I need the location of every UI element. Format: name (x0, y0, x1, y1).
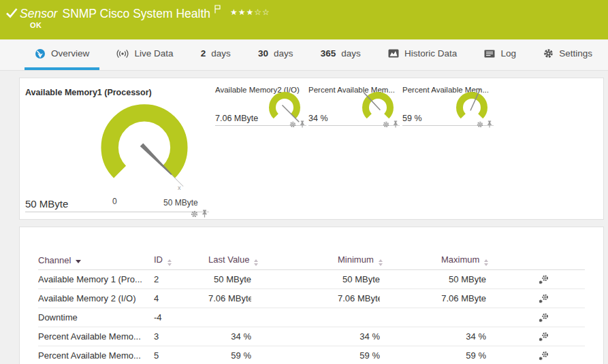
id-cell: 5 (154, 350, 208, 361)
table-row[interactable]: Percent Available Memo... 5 59 % 59 % 59… (38, 346, 585, 364)
chart-icon (388, 49, 399, 58)
minimum-cell: 50 MByte (338, 274, 380, 284)
channel-cell: Available Memory 2 (I/O) (38, 293, 154, 303)
channel-gear-icon[interactable] (289, 121, 296, 128)
tab-overview[interactable]: Overview (25, 39, 99, 70)
tab-number: 365 (321, 48, 336, 59)
channel-cell: Percent Available Memo... (38, 331, 154, 342)
tab-label: days (341, 48, 361, 59)
gauge-icon (35, 48, 46, 59)
gauge-value: 7.06 MByte (215, 114, 258, 123)
last-value-cell: 50 MByte (208, 274, 251, 284)
col-header-maximum[interactable]: Maximum (441, 254, 486, 266)
tab-2-days[interactable]: 2 days (191, 39, 241, 70)
maximum-cell: 7.06 MByte (441, 293, 486, 303)
last-value-cell: 7.06 MByte (208, 293, 251, 303)
log-icon (484, 50, 495, 58)
minimum-cell: 34 % (338, 331, 380, 342)
table-row[interactable]: Available Memory 2 (I/O) 4 7.06 MByte 7.… (38, 289, 585, 308)
channel-gear-icon[interactable] (383, 121, 389, 128)
tab-365-days[interactable]: 365 days (310, 39, 371, 70)
gauge-value: 34 % (308, 114, 328, 123)
sort-desc-icon (76, 260, 81, 263)
last-value-cell: 59 % (208, 350, 251, 361)
gauge-limit-marker: x (178, 184, 181, 191)
primary-gauge (90, 100, 199, 200)
col-header-last-value[interactable]: Last Value (208, 254, 251, 266)
id-cell: -4 (154, 312, 208, 322)
sensor-status-bar: SensorSNMP Cisco System Health ★★★☆☆ OK (0, 0, 608, 39)
pin-icon[interactable] (202, 210, 208, 218)
gauge-tile-percent-available-memory-3: Percent Available Mem... 34 % (308, 84, 400, 126)
sensor-tab-bar: Overview Live Data 2 days 30 days 365 da… (0, 39, 608, 71)
status-ok-check-icon (6, 8, 18, 18)
tab-label: Log (500, 48, 516, 59)
pin-icon[interactable] (393, 120, 398, 128)
tab-label: Overview (51, 48, 89, 59)
last-value-cell: 34 % (208, 331, 251, 342)
channel-settings-button[interactable] (486, 275, 585, 284)
gauge-tile-percent-available-memory-5: Percent Available Mem... 59 % (402, 84, 494, 126)
pin-icon[interactable] (300, 120, 305, 128)
table-row[interactable]: Percent Available Memo... 3 34 % 34 % 34… (38, 327, 585, 346)
gauge-scale-min: 0 (112, 197, 117, 206)
gauge-tile-available-memory1: Available Memory1 (Processor) x 0 50 MBy… (25, 82, 209, 212)
channel-gear-icon[interactable] (191, 210, 198, 218)
tab-label: Live Data (134, 48, 173, 59)
status-badge: OK (30, 21, 42, 29)
tab-live-data[interactable]: Live Data (106, 39, 183, 70)
minimum-cell: 7.06 MByte (338, 293, 380, 303)
minimum-cell: 59 % (338, 350, 380, 361)
maximum-cell: 50 MByte (441, 274, 486, 284)
tab-label: days (274, 48, 293, 59)
gear-icon (543, 48, 554, 59)
col-header-id[interactable]: ID (154, 254, 208, 266)
col-header-channel[interactable]: Channel (38, 255, 154, 265)
table-row[interactable]: Downtime -4 (38, 308, 585, 327)
id-cell: 4 (154, 293, 208, 303)
channel-settings-button[interactable] (486, 313, 585, 322)
maximum-cell: 34 % (441, 331, 486, 342)
col-header-minimum[interactable]: Minimum (338, 254, 380, 266)
sort-both-icon (167, 259, 172, 266)
sort-both-icon (254, 259, 258, 266)
object-kind-label: Sensor (20, 7, 57, 20)
channel-cell: Percent Available Memo... (38, 350, 154, 361)
pin-icon[interactable] (487, 120, 492, 128)
tab-30-days[interactable]: 30 days (248, 39, 304, 70)
gauge-scale-max: 50 MByte (163, 198, 198, 208)
page-title: SNMP Cisco System Health (62, 7, 210, 20)
channel-gear-icon[interactable] (477, 121, 483, 128)
favorite-flag-icon[interactable] (214, 5, 221, 14)
tab-label: days (211, 48, 231, 59)
priority-stars[interactable]: ★★★☆☆ (230, 7, 270, 17)
channel-settings-button[interactable] (486, 332, 585, 342)
id-cell: 2 (154, 274, 208, 284)
gauges-panel: Available Memory1 (Processor) x 0 50 MBy… (19, 78, 604, 220)
channels-table: Channel ID Last Value Minimum Maximum Av… (38, 250, 585, 364)
broadcast-icon (116, 49, 129, 59)
tab-number: 30 (258, 48, 268, 59)
table-row[interactable]: Available Memory 1 (Pro... 2 50 MByte 50… (38, 270, 585, 289)
gauge-value: 50 MByte (25, 198, 68, 210)
gauge-value: 59 % (402, 114, 422, 123)
tab-label: Historic Data (404, 48, 457, 59)
tab-log[interactable]: Log (474, 39, 526, 70)
gauge-tile-available-memory2: Available Memory2 (I/O) 7.06 MByte (215, 84, 306, 126)
maximum-cell: 59 % (441, 350, 486, 361)
table-header-row: Channel ID Last Value Minimum Maximum (38, 250, 585, 270)
channels-table-panel: Channel ID Last Value Minimum Maximum Av… (19, 227, 604, 364)
sort-both-icon (379, 259, 383, 266)
gauge-title: Available Memory1 (Processor) (25, 88, 152, 97)
sort-both-icon (484, 259, 488, 266)
tab-historic-data[interactable]: Historic Data (378, 39, 467, 70)
channel-cell: Downtime (38, 312, 154, 322)
tab-label: Settings (559, 48, 592, 59)
channel-cell: Available Memory 1 (Pro... (38, 274, 154, 284)
tab-settings[interactable]: Settings (533, 39, 603, 70)
channel-settings-button[interactable] (486, 294, 585, 303)
tab-number: 2 (201, 48, 206, 59)
sensor-title-line: SensorSNMP Cisco System Health ★★★☆☆ (20, 5, 270, 21)
channel-settings-button[interactable] (486, 351, 585, 361)
id-cell: 3 (154, 331, 208, 342)
